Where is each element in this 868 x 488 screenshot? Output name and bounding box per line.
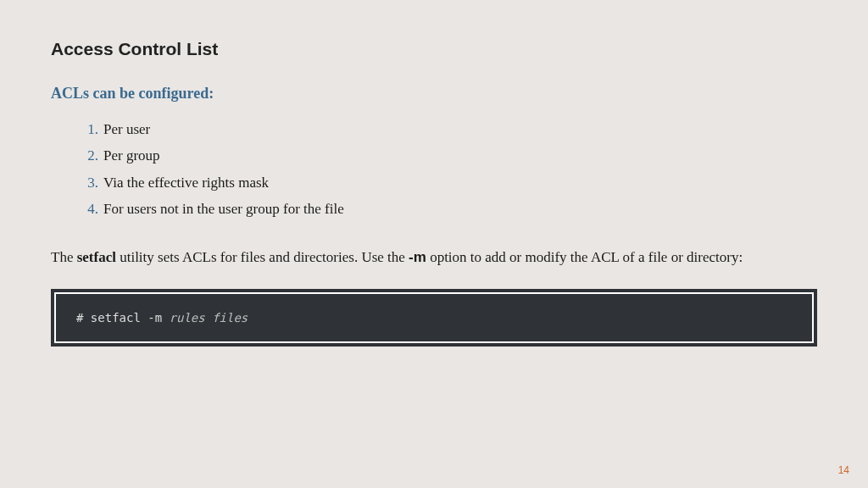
desc-bold-option: -m	[409, 249, 426, 265]
code-command: setfacl -m	[91, 311, 170, 324]
list-text: For users not in the user group for the …	[103, 201, 344, 217]
list-number: 3.	[81, 169, 98, 196]
page-title: Access Control List	[51, 39, 817, 59]
description-paragraph: The setfacl utility sets ACLs for files …	[51, 243, 817, 272]
desc-text: utility sets ACLs for files and director…	[116, 249, 409, 265]
desc-text: The	[51, 249, 77, 265]
list-number: 2.	[81, 142, 98, 169]
list-number: 1.	[81, 116, 98, 142]
desc-text: option to add or modify the ACL of a fil…	[426, 249, 743, 265]
subheading: ACLs can be configured:	[51, 85, 817, 103]
list-text: Per user	[103, 121, 150, 137]
page-number: 14	[838, 464, 849, 476]
list-number: 4.	[81, 196, 98, 222]
list-item: 4. For users not in the user group for t…	[103, 196, 817, 222]
list-item: 1. Per user	[103, 116, 817, 142]
code-block: # setfacl -m rules files	[54, 292, 814, 343]
config-list: 1. Per user 2. Per group 3. Via the effe…	[103, 116, 817, 223]
list-text: Via the effective rights mask	[103, 175, 269, 191]
list-text: Per group	[103, 147, 160, 164]
list-item: 2. Per group	[103, 142, 817, 169]
code-prompt: #	[76, 311, 91, 324]
desc-bold-setfacl: setfacl	[77, 249, 116, 265]
code-args: rules files	[170, 311, 248, 324]
list-item: 3. Via the effective rights mask	[103, 169, 817, 196]
